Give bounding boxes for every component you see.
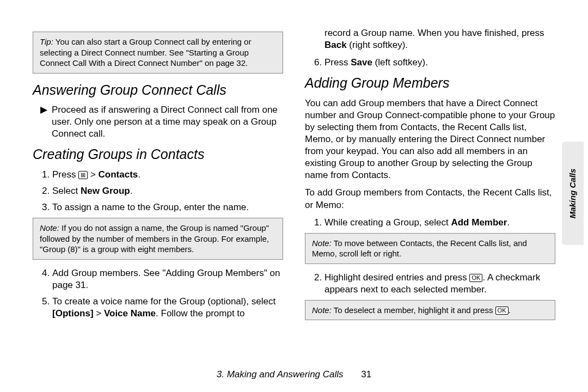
side-tab: Making Calls	[562, 142, 584, 245]
note-box-deselect: Note: To deselect a member, highlight it…	[305, 300, 555, 321]
adding-members-para: You can add Group members that have a Di…	[305, 97, 555, 182]
ok-key-icon: OK	[495, 307, 509, 315]
ok-key-icon: OK	[469, 274, 482, 282]
tip-text: You can also start a Group Connect call …	[40, 37, 251, 68]
steps-adding-members: While creating a Group, select Add Membe…	[305, 217, 555, 229]
steps-adding-members-cont: Highlight desired entries and press OK. …	[305, 272, 555, 296]
tip-box: Tip: You can also start a Group Connect …	[33, 32, 283, 74]
note-text: To move between Contacts, the Recent Cal…	[312, 238, 527, 259]
menu-key-icon: ⊞	[78, 171, 88, 179]
note-text-a: To deselect a member, highlight it and p…	[334, 305, 495, 315]
step-3: To assign a name to the Group, enter the…	[52, 201, 283, 213]
left-column: Tip: You can also start a Group Connect …	[33, 27, 283, 359]
step5-continuation: record a Group name. When you have finis…	[305, 27, 555, 51]
heading-adding-members: Adding Group Members	[305, 74, 555, 92]
note-box-groupname: Note: If you do not assign a name, the G…	[33, 218, 283, 260]
note-text: If you do not assign a name, the Group i…	[40, 223, 269, 254]
bullet-answering: ▶ Proceed as if answering a Direct Conne…	[33, 104, 283, 140]
tip-lead: Tip:	[40, 37, 53, 46]
step-1: Press ⊞ > Contacts.	[52, 169, 283, 181]
add-step-2: Highlight desired entries and press OK. …	[324, 272, 555, 296]
heading-answering: Answering Group Connect Calls	[33, 81, 283, 99]
right-column: record a Group name. When you have finis…	[305, 27, 555, 359]
step-2: Select New Group.	[52, 185, 283, 197]
note-lead: Note:	[312, 305, 332, 315]
note-lead: Note:	[40, 223, 59, 232]
step-5: To create a voice name for the Group (op…	[52, 296, 283, 320]
steps-creating-groups-cont2: Press Save (left softkey).	[305, 57, 555, 69]
heading-creating-groups: Creating Groups in Contacts	[33, 145, 283, 163]
steps-creating-groups: Press ⊞ > Contacts. Select New Group. To…	[33, 169, 283, 213]
steps-creating-groups-cont: Add Group members. See "Adding Group Mem…	[33, 267, 283, 320]
side-tab-label: Making Calls	[568, 168, 578, 218]
bullet-text: Proceed as if answering a Direct Connect…	[52, 104, 283, 140]
note-text-b: .	[509, 305, 511, 315]
footer-page-number: 31	[361, 369, 371, 379]
step-6: Press Save (left softkey).	[324, 57, 555, 69]
note-box-scroll: Note: To move between Contacts, the Rece…	[305, 233, 555, 264]
adding-members-lead: To add Group members from Contacts, the …	[305, 187, 555, 211]
page-footer: 3. Making and Answering Calls 31	[0, 369, 588, 380]
step-4: Add Group members. See "Adding Group Mem…	[52, 267, 283, 291]
add-step-1: While creating a Group, select Add Membe…	[324, 217, 555, 229]
triangle-bullet-icon: ▶	[40, 104, 47, 140]
footer-chapter: 3. Making and Answering Calls	[217, 369, 344, 379]
note-lead: Note:	[312, 238, 332, 248]
